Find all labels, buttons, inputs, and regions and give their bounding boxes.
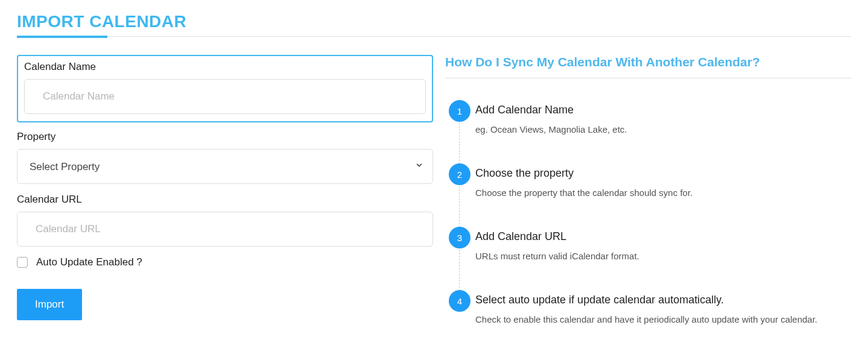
step-title: Choose the property <box>475 163 851 180</box>
step-desc: Choose the property that the calendar sh… <box>475 186 851 200</box>
calendar-name-highlight: Calendar Name <box>17 55 433 122</box>
calendar-name-label: Calendar Name <box>24 61 426 73</box>
step-badge: 3 <box>449 227 470 248</box>
step-desc: eg. Ocean Views, Magnolia Lake, etc. <box>475 122 851 137</box>
calendar-url-group: Calendar URL <box>17 194 433 247</box>
step-title: Add Calendar URL <box>475 227 851 243</box>
step-badge: 1 <box>449 100 470 122</box>
step-list: 1 Add Calendar Name eg. Ocean Views, Mag… <box>445 100 851 327</box>
help-column: How Do I Sync My Calendar With Another C… <box>445 55 851 353</box>
calendar-name-input[interactable] <box>24 79 426 114</box>
step-title: Add Calendar Name <box>475 100 851 116</box>
title-underline <box>17 36 851 37</box>
calendar-url-input[interactable] <box>17 212 433 247</box>
step-desc: Check to enable this calendar and have i… <box>475 312 851 327</box>
calendar-url-label: Calendar URL <box>17 194 433 206</box>
help-title: How Do I Sync My Calendar With Another C… <box>445 55 851 78</box>
property-label: Property <box>17 131 433 143</box>
property-group: Property Select Property <box>17 131 433 184</box>
property-select[interactable]: Select Property <box>17 149 433 184</box>
step-badge: 2 <box>449 163 470 185</box>
step-title: Select auto update if update calendar au… <box>475 290 851 306</box>
step-item: 4 Select auto update if update calendar … <box>475 290 851 327</box>
auto-update-checkbox[interactable] <box>17 257 28 268</box>
form-column: Calendar Name Property Select Property C… <box>17 55 433 353</box>
auto-update-label: Auto Update Enabled ? <box>36 256 142 268</box>
auto-update-row: Auto Update Enabled ? <box>17 256 433 268</box>
step-item: 2 Choose the property Choose the propert… <box>475 163 851 200</box>
page-title: IMPORT CALENDAR <box>17 12 851 31</box>
import-button[interactable]: Import <box>17 289 82 320</box>
step-item: 3 Add Calendar URL URLs must return vali… <box>475 227 851 264</box>
step-badge: 4 <box>449 290 470 312</box>
step-item: 1 Add Calendar Name eg. Ocean Views, Mag… <box>475 100 851 137</box>
step-desc: URLs must return valid iCalendar format. <box>475 249 851 264</box>
